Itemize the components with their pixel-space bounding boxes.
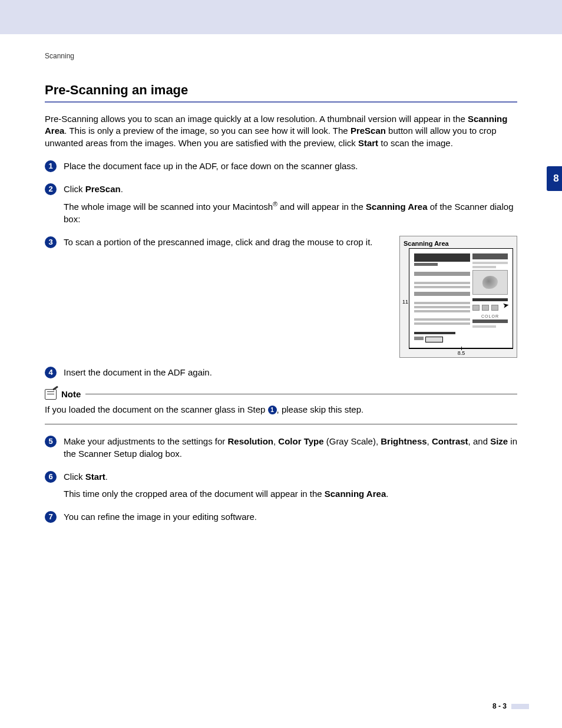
step-6-bold: Start <box>85 472 105 482</box>
step-2-sub-bold: Scanning Area <box>366 202 427 212</box>
step-5-bold: Resolution <box>227 436 273 446</box>
page-number: 8 - 3 <box>492 702 507 710</box>
step-4-body: Insert the document in the ADF again. <box>64 366 517 381</box>
step-5-text: , <box>427 436 432 446</box>
figure-color-label: COLOR <box>472 313 508 318</box>
step-6: 6 Click Start. This time only the croppe… <box>45 470 517 502</box>
step-2-text: . <box>121 184 123 194</box>
header-band <box>0 0 562 34</box>
step-bullet-7: 7 <box>45 511 57 523</box>
step-2-bold: PreScan <box>85 184 121 194</box>
step-1-body: Place the document face up in the ADF, o… <box>64 160 517 174</box>
cursor-icon: ➤ <box>502 300 510 310</box>
note-text: If you loaded the document on the scanne… <box>45 404 268 414</box>
step-bullet-2: 2 <box>45 183 57 195</box>
step-bullet-1: 1 <box>45 160 57 172</box>
step-7: 7 You can refine the image in your editi… <box>45 510 517 525</box>
intro-paragraph: Pre-Scanning allows you to scan an image… <box>45 113 517 149</box>
step-6-text: . <box>105 472 108 482</box>
step-bullet-6: 6 <box>45 471 57 483</box>
step-7-text: You can refine the image in your editing… <box>64 512 257 522</box>
title-rule <box>45 101 517 103</box>
step-5-bold: Brightness <box>381 436 427 446</box>
intro-text: Pre-Scanning allows you to scan an image… <box>45 114 468 124</box>
intro-text: . This is only a preview of the image, s… <box>64 126 351 136</box>
note-text: , please skip this step. <box>277 404 364 414</box>
figure-canvas: COLOR ➤ <box>409 248 513 348</box>
step-3-body: To scan a portion of the prescanned imag… <box>64 236 376 251</box>
step-7-body: You can refine the image in your editing… <box>64 510 517 525</box>
note-block: Note If you loaded the document on the s… <box>45 389 517 424</box>
note-rule <box>85 394 517 394</box>
step-5-bold: Color Type <box>278 436 323 446</box>
step-5-text: Make your adjustments to the settings fo… <box>64 436 227 446</box>
breadcrumb: Scanning <box>45 52 517 60</box>
step-2-text: Click <box>64 184 85 194</box>
figure-title: Scanning Area <box>404 240 513 247</box>
footer-flag <box>511 704 529 709</box>
step-bullet-5: 5 <box>45 436 57 447</box>
step-1-text: Place the document face up in the ADF, o… <box>64 161 358 171</box>
step-4: 4 Insert the document in the ADF again. <box>45 366 517 381</box>
step-2: 2 Click PreScan. The whole image will be… <box>45 183 517 228</box>
step-4-text: Insert the document in the ADF again. <box>64 367 212 377</box>
chapter-tab: 8 <box>547 166 562 191</box>
step-5-bold: Size <box>490 436 508 446</box>
figure-axis-y: 11 <box>402 299 408 305</box>
note-icon <box>45 389 57 400</box>
step-6-body: Click Start. This time only the cropped … <box>64 470 517 502</box>
scanning-area-figure: Scanning Area 11 <box>399 236 517 358</box>
step-2-body: Click PreScan. The whole image will be s… <box>64 183 517 228</box>
note-step-ref: 1 <box>268 406 277 414</box>
step-2-sub: and will appear in the <box>277 202 366 212</box>
step-2-sub: The whole image will be scanned into you… <box>64 202 273 212</box>
section-title: Pre-Scanning an image <box>45 83 517 98</box>
note-title: Note <box>61 389 81 399</box>
step-5: 5 Make your adjustments to the settings … <box>45 435 517 462</box>
figure-photo <box>472 270 508 295</box>
step-6-sub: This time only the cropped area of the d… <box>64 489 325 499</box>
step-3-row: 3 To scan a portion of the prescanned im… <box>45 236 517 358</box>
registered-mark: ® <box>273 200 277 207</box>
figure-doc-column <box>414 253 470 344</box>
step-bullet-4: 4 <box>45 367 57 378</box>
figure-axis-x: 8.5 <box>409 348 513 356</box>
step-6-sub: . <box>386 489 388 499</box>
note-body: If you loaded the document on the scanne… <box>45 403 517 424</box>
page-content: Scanning Pre-Scanning an image 8 Pre-Sca… <box>0 34 562 728</box>
page-footer: 8 - 3 <box>492 702 529 710</box>
step-1: 1 Place the document face up in the ADF,… <box>45 160 517 174</box>
step-5-text: (Gray Scale), <box>324 436 381 446</box>
intro-text: to scan the image. <box>378 138 453 148</box>
intro-bold: Start <box>358 138 378 148</box>
step-6-text: Click <box>64 472 85 482</box>
step-5-text: , and <box>468 436 491 446</box>
step-3-text: To scan a portion of the prescanned imag… <box>64 237 372 247</box>
figure-photo-column: COLOR <box>472 253 508 330</box>
step-5-body: Make your adjustments to the settings fo… <box>64 435 517 462</box>
intro-bold: PreScan <box>351 126 386 136</box>
step-3: 3 To scan a portion of the prescanned im… <box>45 236 376 251</box>
step-bullet-3: 3 <box>45 236 57 248</box>
step-6-sub-bold: Scanning Area <box>325 489 386 499</box>
step-5-bold: Contrast <box>432 436 468 446</box>
